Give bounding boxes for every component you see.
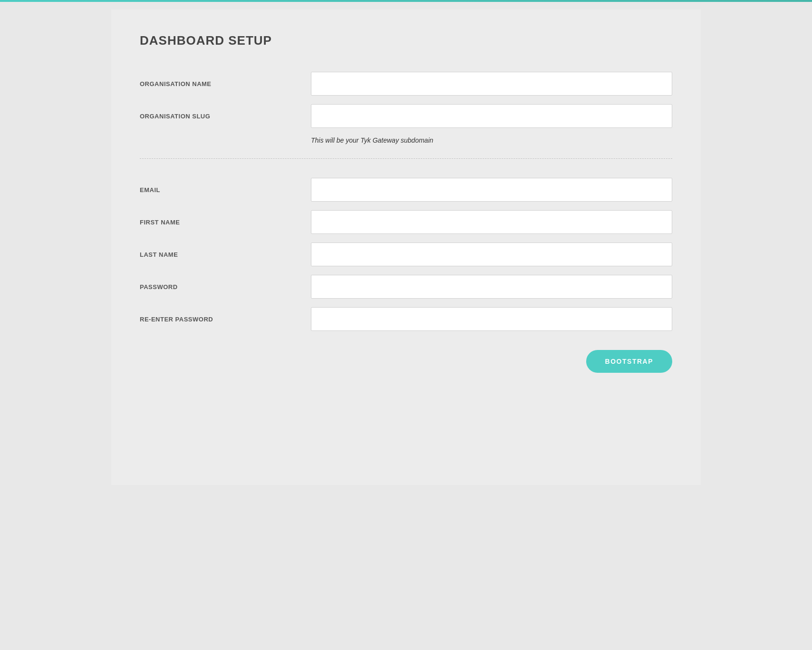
page-container: DASHBOARD SETUP ORGANISATION NAME ORGANI… xyxy=(111,10,701,485)
password-row: PASSWORD xyxy=(140,275,672,299)
org-name-input[interactable] xyxy=(311,72,672,96)
last-name-row: LAST NAME xyxy=(140,243,672,266)
first-name-label: FIRST NAME xyxy=(140,219,311,226)
section-divider xyxy=(140,158,672,159)
org-slug-input[interactable] xyxy=(311,104,672,128)
top-bar xyxy=(0,0,812,2)
password-input[interactable] xyxy=(311,275,672,299)
reenter-password-row: RE-ENTER PASSWORD xyxy=(140,307,672,331)
org-slug-row: ORGANISATION SLUG xyxy=(140,104,672,128)
password-label: PASSWORD xyxy=(140,283,311,291)
email-input[interactable] xyxy=(311,178,672,202)
user-section: EMAIL FIRST NAME LAST NAME PASSWORD RE-E… xyxy=(140,178,672,331)
email-row: EMAIL xyxy=(140,178,672,202)
reenter-password-input[interactable] xyxy=(311,307,672,331)
button-row: BOOTSTRAP xyxy=(140,350,672,373)
reenter-password-label: RE-ENTER PASSWORD xyxy=(140,316,311,323)
first-name-input[interactable] xyxy=(311,210,672,234)
org-slug-helper: This will be your Tyk Gateway subdomain xyxy=(311,136,672,144)
org-name-label: ORGANISATION NAME xyxy=(140,80,311,87)
first-name-row: FIRST NAME xyxy=(140,210,672,234)
page-title: DASHBOARD SETUP xyxy=(140,33,672,48)
org-section: ORGANISATION NAME ORGANISATION SLUG This… xyxy=(140,72,672,144)
org-slug-label: ORGANISATION SLUG xyxy=(140,113,311,120)
last-name-input[interactable] xyxy=(311,243,672,266)
bootstrap-button[interactable]: BOOTSTRAP xyxy=(586,350,672,373)
org-name-row: ORGANISATION NAME xyxy=(140,72,672,96)
last-name-label: LAST NAME xyxy=(140,251,311,258)
email-label: EMAIL xyxy=(140,186,311,194)
